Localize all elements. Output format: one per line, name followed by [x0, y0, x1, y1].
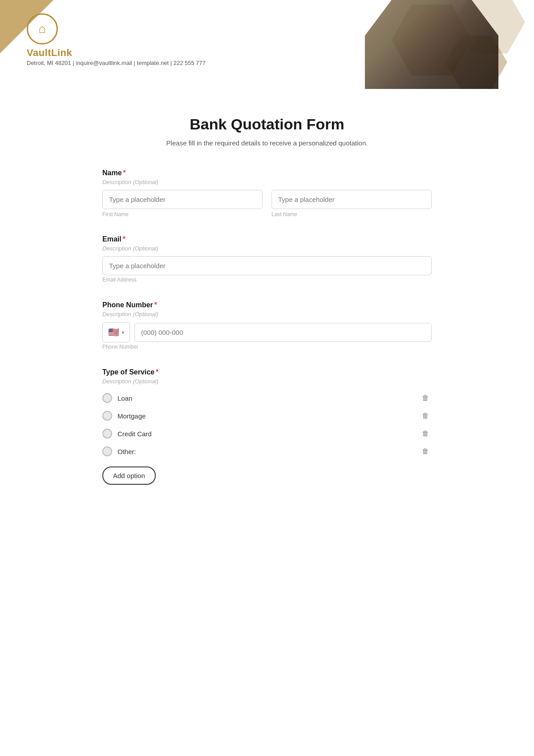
phone-row: 🇺🇸 ▾: [102, 322, 432, 342]
name-field-section: Name* Description (Optional) First Name …: [102, 169, 432, 217]
service-type-field-section: Type of Service* Description (Optional) …: [102, 368, 432, 485]
add-option-label: Add option: [113, 472, 145, 479]
header: ⌂ VaultLink Detroit, MI 48201 | inquire@…: [0, 0, 534, 98]
email-label: Email*: [102, 235, 432, 243]
phone-hint: Phone Number: [102, 344, 138, 350]
list-item: Loan 🗑: [102, 389, 432, 407]
list-item: Mortgage 🗑: [102, 407, 432, 425]
form-subtitle: Please fill in the required details to r…: [102, 139, 432, 147]
name-description: Description (Optional): [102, 179, 432, 185]
brand-name: VaultLink: [27, 47, 72, 59]
service-type-label: Type of Service*: [102, 368, 432, 376]
phone-description: Description (Optional): [102, 311, 432, 318]
brand-address: Detroit, MI 48201 | inquire@vaultlink.ma…: [27, 60, 206, 66]
country-selector[interactable]: 🇺🇸 ▾: [102, 322, 130, 342]
chevron-down-icon: ▾: [122, 330, 124, 335]
phone-label: Phone Number*: [102, 301, 432, 309]
last-name-hint: Last Name: [271, 211, 432, 217]
form-container: Bank Quotation Form Please fill in the r…: [67, 98, 467, 529]
radio-option-mortgage: Mortgage: [102, 411, 146, 421]
radio-option-other: Other:: [102, 446, 136, 456]
last-name-input[interactable]: [271, 190, 432, 209]
name-field-row: First Name Last Name: [102, 190, 432, 217]
email-field-section: Email* Description (Optional) Email Addr…: [102, 235, 432, 283]
form-title: Bank Quotation Form: [102, 116, 432, 133]
delete-mortgage-button[interactable]: 🗑: [419, 410, 432, 422]
name-label: Name*: [102, 169, 432, 177]
radio-circle-credit-card[interactable]: [102, 429, 112, 438]
radio-circle-other[interactable]: [102, 446, 112, 456]
logo-icon: ⌂: [39, 22, 46, 36]
phone-input[interactable]: [134, 323, 432, 342]
phone-field-section: Phone Number* Description (Optional) 🇺🇸 …: [102, 301, 432, 350]
last-name-col: Last Name: [271, 190, 432, 217]
list-item: Other: 🗑: [102, 442, 432, 460]
radio-circle-loan[interactable]: [102, 393, 112, 403]
flag-icon: 🇺🇸: [108, 327, 119, 338]
option-label-credit-card: Credit Card: [117, 430, 152, 438]
option-label-mortgage: Mortgage: [117, 412, 146, 420]
email-input[interactable]: [102, 256, 432, 275]
delete-credit-card-button[interactable]: 🗑: [419, 427, 432, 440]
option-label-other: Other:: [117, 448, 136, 455]
add-option-button[interactable]: Add option: [102, 466, 156, 485]
option-label-loan: Loan: [117, 394, 132, 402]
header-photo-overlay: [365, 0, 498, 89]
service-type-description: Description (Optional): [102, 378, 432, 385]
first-name-input[interactable]: [102, 190, 263, 209]
email-hint: Email Address: [102, 277, 137, 283]
radio-option-loan: Loan: [102, 393, 132, 403]
radio-options-list: Loan 🗑 Mortgage 🗑 Credit Card 🗑: [102, 389, 432, 460]
email-description: Description (Optional): [102, 245, 432, 252]
delete-other-button[interactable]: 🗑: [419, 445, 432, 458]
list-item: Credit Card 🗑: [102, 425, 432, 442]
name-required-star: *: [123, 169, 126, 177]
delete-loan-button[interactable]: 🗑: [419, 392, 432, 404]
first-name-hint: First Name: [102, 211, 263, 217]
email-required-star: *: [123, 235, 125, 243]
header-right-decoration: [347, 0, 534, 98]
first-name-col: First Name: [102, 190, 263, 217]
radio-circle-mortgage[interactable]: [102, 411, 112, 421]
phone-required-star: *: [154, 301, 157, 309]
radio-option-credit-card: Credit Card: [102, 429, 152, 438]
service-required-star: *: [156, 368, 158, 376]
logo-circle: ⌂: [27, 13, 58, 44]
brand-section: ⌂ VaultLink Detroit, MI 48201 | inquire@…: [27, 13, 206, 66]
